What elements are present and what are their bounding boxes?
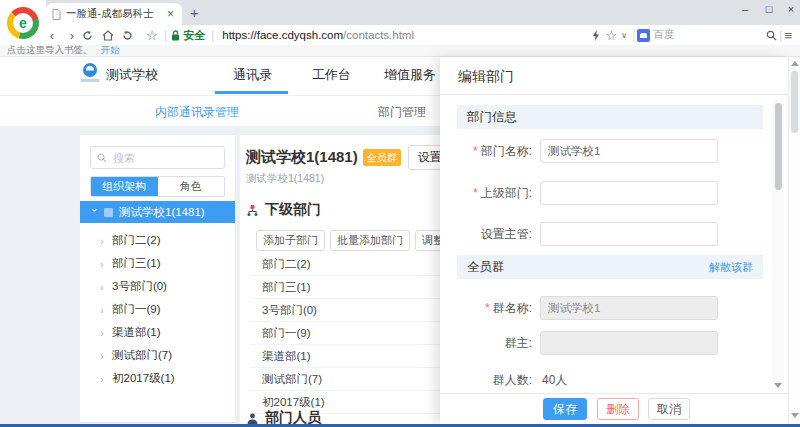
menu-icon[interactable]: ≡ — [784, 28, 792, 43]
delete-button[interactable]: 删除 — [597, 398, 639, 420]
cancel-button[interactable]: 取消 — [648, 398, 690, 420]
tree-item-label: 渠道部(1) — [112, 325, 161, 340]
new-tab-button[interactable]: + — [190, 4, 199, 21]
chevron-right-icon: › — [100, 350, 108, 362]
drawer-scrollbar[interactable] — [773, 100, 784, 390]
field-label-group-name: *群名称: — [457, 300, 532, 317]
tab-title: 一脸通-成都易科士 — [66, 7, 165, 21]
tree-item[interactable]: ›部门二(2) — [80, 229, 235, 252]
divider: | — [632, 28, 635, 42]
bookmark-start-link[interactable]: 开始 — [101, 44, 120, 57]
reload-icon[interactable] — [82, 30, 102, 41]
tree-list: ›部门二(2) ›部门三(1) ›3号部门(0) ›部门一(9) ›渠道部(1)… — [80, 229, 235, 390]
chevron-down-icon: › — [89, 208, 100, 216]
tree-item[interactable]: ›渠道部(1) — [80, 321, 235, 344]
tree-item[interactable]: ›部门三(1) — [80, 252, 235, 275]
address-bar: ‹ › ☆ | 安全 | https://face.cdyqsh.com/con… — [0, 25, 800, 45]
bookmark-star-icon[interactable]: ☆ — [604, 28, 618, 43]
breadcrumb: 测试学校1(1481) — [246, 172, 324, 186]
page-scrollbar[interactable] — [788, 57, 800, 424]
divider — [440, 94, 788, 95]
page-scrollbar-thumb[interactable] — [791, 71, 798, 133]
sidebar-search[interactable] — [90, 146, 225, 169]
browser-tab[interactable]: 一脸通-成都易科士 × — [46, 3, 182, 25]
forward-icon[interactable]: › — [62, 28, 82, 43]
school-name: 测试学校 — [106, 66, 158, 84]
window-maximize-button[interactable]: □ — [760, 1, 778, 17]
divider: | — [211, 28, 214, 42]
baidu-icon[interactable] — [637, 29, 650, 42]
save-button[interactable]: 保存 — [543, 398, 587, 420]
dissolve-group-link[interactable]: 解散该群 — [709, 260, 753, 275]
tree-item[interactable]: ›初2017级(1) — [80, 367, 235, 390]
scroll-down-icon[interactable] — [774, 383, 782, 388]
dropdown-icon[interactable]: ∨ — [621, 31, 627, 40]
parent-dept-input[interactable] — [540, 181, 718, 205]
window-minimize-button[interactable]: – — [736, 1, 754, 17]
required-asterisk: * — [485, 301, 490, 315]
chevron-right-icon: › — [100, 304, 108, 316]
tree-root-label: 测试学校1(1481) — [119, 205, 205, 220]
app-logo-caption — [81, 79, 99, 82]
drawer-scrollbar-thumb[interactable] — [775, 103, 782, 190]
field-label-group-count: 群人数: — [457, 372, 532, 389]
batch-add-department-button[interactable]: 批量添加部门 — [330, 230, 410, 251]
drawer-title: 编辑部门 — [458, 68, 514, 86]
chevron-right-icon: › — [100, 373, 108, 385]
active-tab-underline — [215, 91, 288, 94]
chevron-right-icon: › — [100, 258, 108, 270]
divider — [440, 393, 788, 394]
divider: | — [164, 28, 167, 42]
browser-logo-block[interactable]: e — [0, 0, 46, 50]
tab-value-added-services[interactable]: 增值服务 — [384, 66, 436, 84]
tab-contacts[interactable]: 通讯录 — [233, 66, 272, 84]
manager-input[interactable] — [540, 222, 718, 246]
group-name-input — [540, 296, 718, 320]
page-title: 测试学校1(1481) — [246, 148, 358, 167]
org-icon — [104, 208, 113, 217]
add-sub-department-button[interactable]: 添加子部门 — [256, 230, 325, 251]
tab-workbench[interactable]: 工作台 — [312, 66, 351, 84]
baidu-label[interactable]: 百度 — [653, 28, 674, 42]
scroll-down-icon[interactable] — [791, 413, 799, 418]
divider: | — [779, 28, 782, 42]
browser-window: 一脸通-成都易科士 × + – □ × ‹ › ☆ | 安全 | https:/… — [0, 0, 800, 427]
tree-item-label: 3号部门(0) — [112, 279, 167, 294]
tree-item[interactable]: ›测试部门(7) — [80, 344, 235, 367]
field-label-manager: 设置主管: — [457, 226, 532, 243]
tab-close-icon[interactable]: × — [165, 7, 176, 21]
tree-item-label: 测试部门(7) — [112, 348, 172, 363]
subnav-department-management[interactable]: 部门管理 — [378, 104, 426, 121]
tree-item-label: 部门二(2) — [112, 233, 161, 248]
field-label-dept-name: *部门名称: — [457, 143, 532, 160]
app-logo-icon — [83, 63, 97, 77]
group-owner-input — [540, 331, 718, 355]
tab-org-structure[interactable]: 组织架构 — [91, 177, 158, 196]
flash-icon[interactable] — [592, 30, 600, 41]
page-icon — [52, 9, 61, 20]
tree-item[interactable]: ›3号部门(0) — [80, 275, 235, 298]
tab-roles[interactable]: 角色 — [158, 177, 225, 196]
bookmark-hint: 点击这里导入书签。 — [7, 44, 93, 57]
tree-item-label: 初2017级(1) — [112, 371, 175, 386]
sub-department-icon — [246, 204, 259, 217]
url-text[interactable]: https://face.cdyqsh.com/contacts.html — [222, 29, 414, 41]
window-close-button[interactable]: × — [782, 1, 800, 17]
tree-item[interactable]: ›部门一(9) — [80, 298, 235, 321]
section-department-info: 部门信息 — [457, 105, 763, 129]
chevron-right-icon: › — [100, 235, 108, 247]
home-icon[interactable] — [102, 30, 122, 41]
search-icon — [97, 153, 107, 163]
dept-name-input[interactable] — [540, 139, 718, 163]
bookmarks-bar: 点击这里导入书签。 开始 — [0, 45, 800, 57]
subnav-internal-contacts[interactable]: 内部通讯录管理 — [155, 104, 239, 121]
field-label-parent-dept: *上级部门: — [457, 185, 532, 202]
group-member-count: 40人 — [542, 372, 567, 389]
history-restore-icon[interactable] — [122, 30, 142, 41]
scroll-up-icon[interactable] — [791, 61, 799, 66]
section-all-members-group: 全员群 解散该群 — [457, 255, 763, 279]
favorites-star-icon[interactable]: ☆ — [142, 28, 162, 43]
tree-root-selected[interactable]: › 测试学校1(1481) — [80, 201, 235, 223]
search-input[interactable] — [111, 151, 215, 165]
search-icon[interactable] — [766, 30, 777, 41]
